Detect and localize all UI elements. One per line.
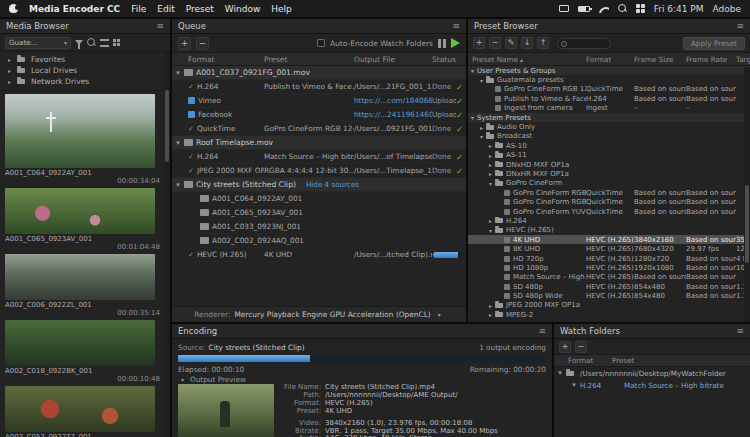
watch-folder-row[interactable]: ▾ /Users/nnnnnnii/Desktop/MyWatchFolder [554, 367, 750, 379]
panel-menu-icon[interactable]: ≡ [736, 327, 744, 336]
queue-output-row[interactable]: Vimeohttps://...com/184066142Uploaded✓ [172, 94, 466, 108]
chevron-down-icon[interactable]: ▾ [172, 69, 184, 77]
apply-preset-button[interactable]: Apply Preset [683, 37, 745, 50]
preset-browser-scrollbar[interactable] [744, 67, 750, 322]
list-view-icon[interactable] [100, 39, 109, 47]
start-queue-button[interactable] [451, 38, 460, 48]
clip-thumbnail[interactable] [5, 320, 155, 366]
display-icon[interactable] [559, 5, 569, 12]
hide-sources-link[interactable]: Hide 4 sources [306, 180, 359, 189]
preset-row[interactable]: Publish to Vimeo & FacebookH.264Based on… [468, 94, 750, 103]
edit-preset-button[interactable]: ✎ [505, 37, 517, 49]
preset-section-row[interactable]: ▾User Presets & Groups [468, 66, 750, 75]
preset-folder-row[interactable]: ▸DNxHD MXF OP1a [468, 160, 750, 169]
queue-source-row[interactable]: A001_C064_0922AY_001 [172, 192, 466, 206]
preset-row[interactable]: GoPro CineForm RGB 12-bit with alpha (Al… [468, 85, 750, 94]
new-preset-button[interactable]: + [473, 37, 485, 49]
preset-row[interactable]: GoPro CineForm RGB 12-bit with alphaQuic… [468, 188, 750, 197]
scrollbar-thumb[interactable] [165, 90, 169, 162]
preset-folder-row[interactable]: ▾Guatemala presets [468, 75, 750, 84]
preset-row[interactable]: HD 1080pHEVC (H.265)1920x1080Based on so… [468, 263, 750, 272]
tab-preset-browser[interactable]: Preset Browser [474, 21, 538, 31]
tree-item-favorites[interactable]: ▸Favorites [0, 54, 170, 65]
preset-folder-row[interactable]: ▾GoPro CineForm [468, 179, 750, 188]
column-frame-rate[interactable]: Frame Rate [686, 55, 736, 64]
output-enabled-check[interactable]: ✓ [188, 83, 194, 91]
chevron-right-icon[interactable]: ▸ [486, 152, 495, 159]
column-status[interactable]: Status [432, 55, 466, 64]
column-preset[interactable]: Preset [264, 55, 354, 64]
column-format[interactable]: Format [188, 55, 264, 64]
chevron-down-icon[interactable]: ▾ [486, 180, 495, 187]
renderer-dropdown[interactable]: Mercury Playback Engine GPU Acceleration… [234, 310, 430, 319]
preset-row[interactable]: GoPro CineForm RGB 12-bitQuickTimeBased … [468, 197, 750, 206]
control-center-icon[interactable] [636, 4, 645, 13]
output-enabled-check[interactable]: ✓ [188, 125, 194, 133]
queue-output-row[interactable]: ✓H.264Match Source – High bitr.../Users/… [172, 150, 466, 164]
clip-thumbnail[interactable] [5, 254, 155, 300]
preset-row[interactable]: GoPro CineForm YUV 10-bitQuickTimeBased … [468, 207, 750, 216]
menu-app-name[interactable]: Media Encoder CC [29, 4, 120, 14]
preset-folder-row[interactable]: ▸Audio Only [468, 122, 750, 131]
panel-menu-icon[interactable]: ≡ [736, 22, 744, 31]
queue-source-row[interactable]: A002_C002_0924AQ_001 [172, 234, 466, 248]
queue-output-row[interactable]: Facebookhttps://...24119614602283Uploade… [172, 108, 466, 122]
panel-menu-icon[interactable]: ≡ [538, 327, 546, 336]
tree-item-network-drives[interactable]: ▸Network Drives [0, 76, 170, 87]
chevron-right-icon[interactable]: ▸ [477, 124, 486, 131]
filter-icon[interactable] [75, 40, 83, 45]
add-source-button[interactable]: + [178, 37, 191, 50]
media-clip[interactable]: A001_C065_0923AV_001 00:01:04:48 [5, 188, 160, 251]
wifi-icon[interactable] [599, 5, 609, 13]
chevron-right-icon[interactable]: ▸ [5, 78, 14, 85]
preset-folder-row[interactable]: ▸AS-11 [468, 151, 750, 160]
preset-folder-row[interactable]: ▸H.264 [468, 216, 750, 225]
queue-output-row[interactable]: ✓H.264Publish to Vimeo & Face.../Users/.… [172, 80, 466, 94]
spotlight-icon[interactable] [618, 4, 627, 13]
chevron-right-icon[interactable]: ▸ [486, 170, 495, 177]
chevron-down-icon[interactable]: ▾ [172, 139, 184, 147]
output-enabled-check[interactable]: ✓ [188, 153, 194, 161]
panel-menu-icon[interactable]: ≡ [452, 22, 460, 31]
directory-dropdown[interactable]: Guate...▾ [5, 37, 71, 49]
queue-group-row[interactable]: ▾Roof Timelapse.mov [172, 136, 466, 150]
preset-row-selected[interactable]: 4K UHDHEVC (H.265)3840x2160Based on sour… [468, 235, 750, 244]
chevron-down-icon[interactable]: ▾ [568, 381, 580, 389]
queue-source-row[interactable]: A001_C065_0923AV_001 [172, 206, 466, 220]
media-clip[interactable]: A002_C018_0922BK_001 00:00:10:48 [5, 320, 160, 383]
column-format[interactable]: Format [586, 55, 634, 64]
chevron-down-icon[interactable]: ▾ [486, 227, 495, 234]
menu-window[interactable]: Window [225, 4, 261, 14]
preset-folder-row[interactable]: ▸MPEG-2 [468, 310, 750, 319]
chevron-right-icon[interactable]: ▸ [486, 302, 495, 309]
media-clip[interactable]: A001_C064_0922AY_001 00:00:34:04 [5, 94, 160, 185]
watch-folder-output-row[interactable]: ▾ H.264 Match Source – High bitrate [554, 379, 750, 391]
preset-folder-row[interactable]: ▾HEVC (H.265) [468, 226, 750, 235]
chevron-down-icon[interactable]: ▾ [178, 376, 187, 383]
queue-group-row[interactable]: ▾A001_C037_0921FG_001.mov [172, 66, 466, 80]
column-frame-size[interactable]: Frame Size [634, 55, 686, 64]
search-icon[interactable] [87, 38, 96, 47]
pause-icon[interactable] [438, 39, 446, 48]
queue-output-row[interactable]: ✓JPEG 2000 MXF OP1aRGBA 4:4:4:4 12-bit 3… [172, 164, 466, 178]
column-output-file[interactable]: Output File [354, 55, 432, 64]
tree-item-local-drives[interactable]: ▸Local Drives [0, 65, 170, 76]
queue-output-row[interactable]: ✓QuickTimeGoPro CineForm RGB 12-.../User… [172, 122, 466, 136]
queue-output-row-encoding[interactable]: ✓HEVC (H.265)4K UHD/Users/...itched Clip… [172, 248, 466, 262]
scrollbar-thumb[interactable] [745, 185, 749, 263]
export-preset-button[interactable]: ↑ [537, 37, 549, 49]
clip-thumbnail[interactable] [5, 94, 155, 168]
menubar-clock[interactable]: Fri 6:41 PM [654, 4, 704, 14]
media-browser-scrollbar[interactable] [164, 52, 170, 437]
chevron-down-icon[interactable]: ▾ [468, 114, 477, 121]
menu-edit[interactable]: Edit [157, 4, 174, 14]
queue-source-row[interactable]: A001_C033_0923NJ_001 [172, 220, 466, 234]
column-preset[interactable]: Preset [612, 356, 750, 365]
menu-file[interactable]: File [131, 4, 146, 14]
preset-section-row[interactable]: ▾System Presets [468, 113, 750, 122]
media-clip[interactable]: A002_C052_0922T7_001 00:00:20:44 [5, 386, 160, 437]
preset-search-input[interactable] [557, 38, 611, 49]
tab-queue[interactable]: Queue [178, 21, 206, 31]
thumbnail-view-icon[interactable] [113, 39, 121, 47]
chevron-right-icon[interactable]: ▸ [486, 217, 495, 224]
